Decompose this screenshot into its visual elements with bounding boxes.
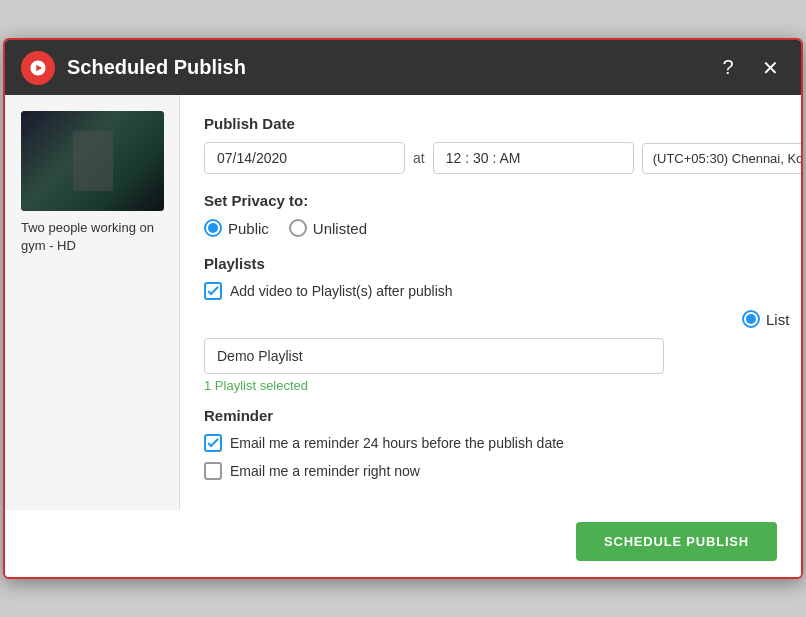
modal-body: Two people working on gym - HD Publish D… xyxy=(5,95,801,510)
modal-footer: SCHEDULE PUBLISH xyxy=(5,510,801,577)
header-actions: ? ✕ xyxy=(713,53,785,83)
sidebar: Two people working on gym - HD xyxy=(5,95,180,510)
public-label: Public xyxy=(228,220,269,237)
brand-logo xyxy=(21,51,55,85)
playlist-selected-text: 1 Playlist selected xyxy=(204,378,803,393)
thumbnail-image xyxy=(21,111,164,211)
list-label: List xyxy=(766,311,789,328)
reminder-section: Reminder Email me a reminder 24 hours be… xyxy=(204,407,803,480)
add-playlist-checkbox[interactable] xyxy=(204,282,222,300)
schedule-publish-button[interactable]: SCHEDULE PUBLISH xyxy=(576,522,777,561)
modal-header: Scheduled Publish ? ✕ xyxy=(5,40,801,95)
scheduled-publish-modal: Scheduled Publish ? ✕ Two people working… xyxy=(3,38,803,579)
unlisted-label: Unlisted xyxy=(313,220,367,237)
playlists-section: Playlists Add video to Playlist(s) after… xyxy=(204,255,803,393)
public-radio[interactable] xyxy=(204,219,222,237)
playlist-input[interactable] xyxy=(204,338,664,374)
reminder-option2-checkbox[interactable] xyxy=(204,462,222,480)
privacy-unlisted-option[interactable]: Unlisted xyxy=(289,219,367,237)
date-input[interactable] xyxy=(204,142,405,174)
publish-date-label: Publish Date xyxy=(204,115,803,132)
reminder-option1-label: Email me a reminder 24 hours before the … xyxy=(230,435,564,451)
playlists-label: Playlists xyxy=(204,255,803,272)
unlisted-radio[interactable] xyxy=(289,219,307,237)
reminder-option1-row: Email me a reminder 24 hours before the … xyxy=(204,434,803,452)
close-button[interactable]: ✕ xyxy=(755,53,785,83)
timezone-select[interactable]: (UTC+05:30) Chennai, Kolkata, Mumbai, xyxy=(642,143,803,174)
date-row: at (UTC+05:30) Chennai, Kolkata, Mumbai, xyxy=(204,142,803,174)
reminder-label: Reminder xyxy=(204,407,803,424)
list-radio[interactable] xyxy=(742,310,760,328)
reminder-option1-checkbox[interactable] xyxy=(204,434,222,452)
video-thumbnail xyxy=(21,111,164,211)
modal-title: Scheduled Publish xyxy=(67,56,713,79)
add-playlist-row: Add video to Playlist(s) after publish xyxy=(204,282,803,300)
privacy-public-option[interactable]: Public xyxy=(204,219,269,237)
reminder-option2-row: Email me a reminder right now xyxy=(204,462,803,480)
privacy-row: Public Unlisted xyxy=(204,219,803,237)
help-button[interactable]: ? xyxy=(713,53,743,83)
add-playlist-label: Add video to Playlist(s) after publish xyxy=(230,283,453,299)
video-caption: Two people working on gym - HD xyxy=(21,219,163,255)
reminder-option2-label: Email me a reminder right now xyxy=(230,463,420,479)
list-manual-row: List Manual Entry xyxy=(204,310,803,328)
list-radio-option[interactable]: List xyxy=(742,310,789,328)
privacy-label: Set Privacy to: xyxy=(204,192,803,209)
time-input[interactable] xyxy=(433,142,634,174)
at-label: at xyxy=(413,150,425,166)
main-content: Publish Date at (UTC+05:30) Chennai, Kol… xyxy=(180,95,803,510)
